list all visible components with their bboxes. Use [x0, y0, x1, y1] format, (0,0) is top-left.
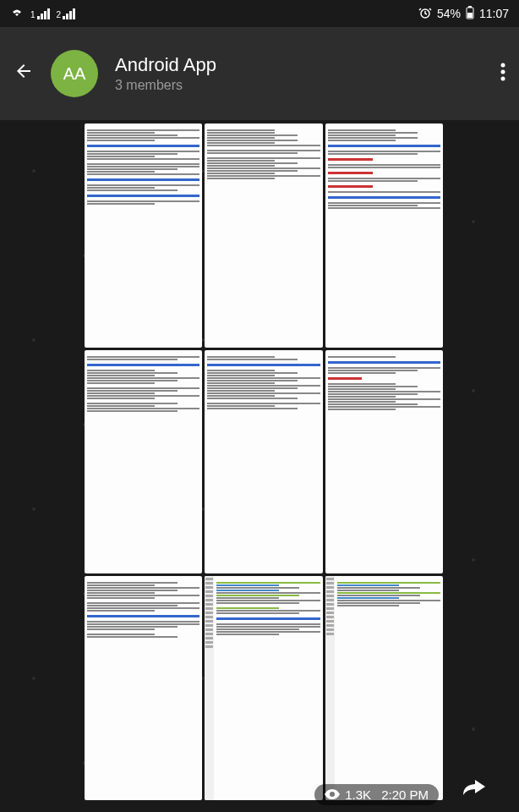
back-button[interactable]: [14, 61, 34, 86]
clock-time: 11:07: [479, 7, 509, 20]
svg-point-4: [501, 63, 505, 67]
sim1-signal: 1: [30, 8, 50, 19]
media-thumbnail[interactable]: [205, 576, 322, 800]
battery-percent: 54%: [437, 7, 461, 20]
media-thumbnail[interactable]: [205, 123, 322, 348]
wifi-icon: [10, 7, 24, 21]
alarm-icon: [418, 6, 432, 22]
media-album[interactable]: [85, 123, 443, 800]
message-time: 2:20 PM: [381, 787, 429, 802]
chat-content[interactable]: 1.3K 2:20 PM: [0, 120, 519, 812]
chat-info[interactable]: Android App 3 members: [115, 54, 483, 93]
sim2-signal: 2: [57, 8, 76, 19]
media-thumbnail[interactable]: [85, 123, 202, 348]
svg-point-6: [501, 76, 505, 80]
svg-rect-3: [467, 13, 473, 18]
avatar[interactable]: AA: [51, 50, 98, 97]
chat-subtitle: 3 members: [115, 78, 483, 93]
menu-button[interactable]: [500, 63, 505, 85]
view-count: 1.3K: [345, 787, 371, 802]
chat-title: Android App: [115, 54, 483, 76]
eye-icon: [325, 787, 340, 802]
status-right: 54% 11:07: [418, 6, 509, 22]
media-thumbnail[interactable]: [85, 350, 202, 574]
status-left: 1 2: [10, 7, 75, 21]
battery-icon: [466, 6, 474, 22]
svg-point-5: [501, 69, 505, 74]
media-thumbnail[interactable]: [325, 576, 443, 800]
media-thumbnail[interactable]: [325, 350, 443, 574]
message-footer: 1.3K 2:20 PM: [314, 784, 439, 805]
chat-header: AA Android App 3 members: [0, 27, 519, 120]
svg-rect-2: [468, 6, 472, 8]
media-thumbnail[interactable]: [85, 576, 202, 800]
avatar-initials: AA: [63, 64, 86, 84]
media-thumbnail[interactable]: [205, 350, 322, 574]
status-bar: 1 2 54% 11:07: [0, 0, 519, 27]
views-badge: 1.3K 2:20 PM: [314, 784, 439, 805]
media-thumbnail[interactable]: [325, 123, 443, 348]
forward-button[interactable]: [455, 768, 492, 805]
